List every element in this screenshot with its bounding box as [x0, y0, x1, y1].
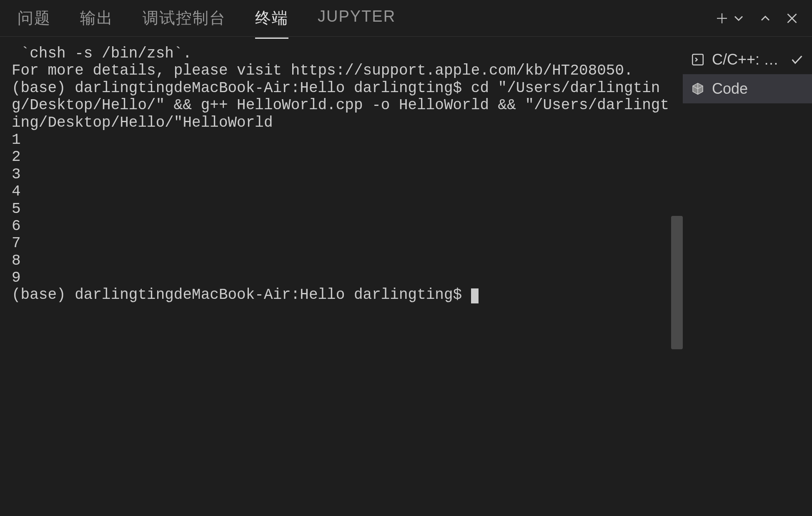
- close-panel-button[interactable]: [784, 11, 799, 26]
- terminal-output[interactable]: `chsh -s /bin/zsh`. For more details, pl…: [0, 37, 683, 516]
- tab-terminal[interactable]: 终端: [255, 0, 288, 38]
- terminal-task-icon: [690, 52, 705, 67]
- plus-icon: [714, 11, 729, 26]
- terminal-line: (base) darlingtingdeMacBook-Air:Hello da…: [12, 80, 669, 131]
- terminal-scrollbar-track[interactable]: [671, 37, 683, 516]
- terminal-line: 3: [12, 166, 21, 183]
- new-terminal-dropdown[interactable]: [731, 11, 746, 26]
- chevron-down-icon: [731, 11, 746, 26]
- check-icon: [789, 52, 804, 67]
- terminal-line: 2: [12, 148, 21, 165]
- chevron-up-icon: [758, 11, 773, 26]
- terminal-line: 9: [12, 269, 21, 286]
- terminal-line: For more details, please visit https://s…: [12, 62, 633, 79]
- panel-content: `chsh -s /bin/zsh`. For more details, pl…: [0, 37, 812, 516]
- terminal-cursor: [471, 288, 479, 303]
- close-icon: [784, 11, 799, 26]
- terminal-item-label: Code: [712, 80, 804, 98]
- new-terminal-button[interactable]: [714, 11, 729, 26]
- cube-icon: [690, 81, 705, 96]
- terminal-item-label: C/C++: …: [712, 51, 783, 68]
- maximize-panel-button[interactable]: [758, 11, 773, 26]
- panel-actions: [714, 11, 804, 26]
- panel-tabs: 问题 输出 调试控制台 终端 JUPYTER: [8, 0, 714, 38]
- tab-jupyter[interactable]: JUPYTER: [318, 0, 396, 38]
- terminal-line: 8: [12, 252, 21, 269]
- new-terminal-group: [714, 11, 746, 26]
- terminal-line: 4: [12, 183, 21, 200]
- panel-tab-bar: 问题 输出 调试控制台 终端 JUPYTER: [0, 0, 812, 37]
- tab-debug-console[interactable]: 调试控制台: [143, 0, 226, 38]
- terminal-sidebar: C/C++: … Code: [683, 37, 812, 516]
- terminal-line: 6: [12, 218, 21, 235]
- tab-problems[interactable]: 问题: [18, 0, 51, 38]
- terminal-scrollbar-thumb[interactable]: [671, 216, 683, 349]
- terminal-line: 5: [12, 200, 21, 218]
- terminal-line: (base) darlingtingdeMacBook-Air:Hello da…: [12, 286, 471, 303]
- tab-output[interactable]: 输出: [80, 0, 113, 38]
- terminal-item-code[interactable]: Code: [683, 74, 812, 103]
- terminal-item-cpp-task[interactable]: C/C++: …: [683, 45, 812, 74]
- terminal-line: `chsh -s /bin/zsh`.: [12, 45, 192, 62]
- terminal-line: 1: [12, 131, 21, 148]
- terminal-line: 7: [12, 235, 21, 252]
